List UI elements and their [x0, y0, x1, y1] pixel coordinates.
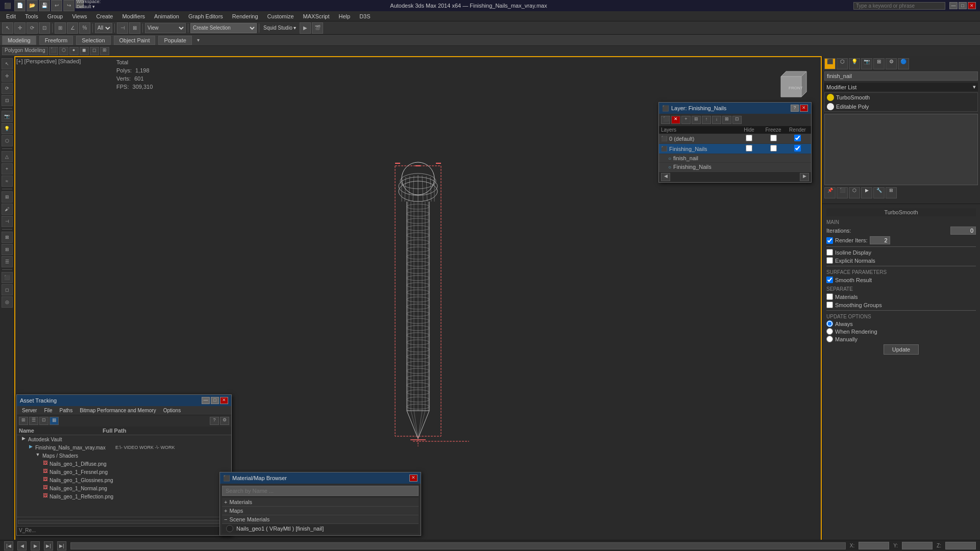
menu-d3s[interactable]: D3S [355, 12, 374, 20]
modifier-turbsmooth[interactable]: TurboSmooth [825, 93, 977, 102]
sub-btn3[interactable]: ● [69, 47, 79, 55]
tree-row-1[interactable]: ▶ Finishing_Nails_max_vray.max E:\- VIDE… [17, 443, 231, 452]
menu-help[interactable]: Help [335, 12, 355, 20]
menu-create[interactable]: Create [92, 12, 117, 20]
ts-iterations-input[interactable] [950, 227, 976, 235]
layer0-hide[interactable] [746, 135, 752, 141]
sub-btn6[interactable]: ⊞ [100, 47, 109, 55]
update-button[interactable]: Update [884, 344, 919, 355]
tab-freeform[interactable]: Freeform [39, 36, 74, 45]
lt-scale[interactable]: ⊡ [2, 95, 13, 106]
lt-select[interactable]: ↖ [2, 58, 13, 69]
align-btn[interactable]: ⊠ [129, 22, 140, 34]
tab-selection[interactable]: Selection [76, 36, 110, 45]
layer-scroll-left[interactable]: ◀ [661, 173, 670, 181]
lt-wireframe[interactable]: ◻ [2, 284, 13, 295]
layer-row-3[interactable]: ○ Finishing_Nails [659, 163, 811, 171]
lt-camera[interactable]: 📷 [2, 111, 13, 122]
lt-isolate[interactable]: ◎ [2, 296, 13, 308]
layer-tb5[interactable]: ↑ [702, 116, 711, 124]
layer-help[interactable]: ? [791, 105, 799, 112]
at-tb3[interactable]: ⊡ [39, 417, 48, 425]
anim-next-frame[interactable]: ▶| [44, 541, 53, 550]
layer0-freeze[interactable] [770, 135, 777, 141]
at-tb2[interactable]: ☰ [29, 417, 38, 425]
at-close[interactable]: ✕ [220, 397, 228, 404]
filter-dropdown[interactable]: All [95, 23, 112, 33]
rotate-btn[interactable]: ⟳ [27, 22, 38, 34]
menu-maxscript[interactable]: MAXScript [299, 12, 334, 20]
layer-close[interactable]: ✕ [800, 105, 808, 112]
tab-object-paint[interactable]: Object Paint [114, 36, 156, 45]
isoline-checkbox[interactable] [826, 249, 833, 256]
tree-row-3[interactable]: 🖼 Nails_geo_1_Diffuse.png [17, 460, 231, 468]
mat-section-maps[interactable]: + Maps [222, 507, 419, 515]
rp-tb5[interactable]: 🔧 [873, 187, 885, 198]
sub-btn2[interactable]: ⬡ [59, 47, 68, 55]
smooth-result-checkbox[interactable] [826, 277, 833, 283]
anim-play[interactable]: ▶ [31, 541, 40, 550]
lt-light[interactable]: 💡 [2, 123, 13, 134]
tree-row-0[interactable]: ▶ Autodesk Vault [17, 435, 231, 443]
menu-graph-editors[interactable]: Graph Editors [184, 12, 227, 20]
lt-align[interactable]: ⊠ [2, 232, 13, 243]
mirror-btn[interactable]: ⊣ [117, 22, 128, 34]
scale-btn[interactable]: ⊡ [39, 22, 50, 34]
at-menu-options[interactable]: Options [160, 407, 184, 414]
object-name-input[interactable] [824, 71, 978, 81]
mat-scene-item[interactable]: Nails_geo1 ( VRayMtl ) [finish_nail] [222, 524, 419, 533]
lt-systems[interactable]: ⊞ [2, 191, 13, 203]
menu-group[interactable]: Group [43, 12, 67, 20]
at-tb4[interactable]: ▦ [50, 417, 59, 425]
z-input[interactable] [945, 542, 976, 549]
materials-checkbox[interactable] [826, 293, 833, 300]
menu-edit[interactable]: Edit [2, 12, 20, 20]
rp-icon7[interactable]: 🔵 [898, 58, 909, 69]
populate-dropdown[interactable]: ▾ [197, 37, 200, 43]
lt-move[interactable]: ✛ [2, 70, 13, 82]
tree-row-7[interactable]: 🖼 Nails_geo_1_Reflection.png [17, 492, 231, 500]
rp-icon1[interactable]: ⬛ [824, 58, 836, 69]
menu-views[interactable]: Views [68, 12, 91, 20]
search-input[interactable] [853, 2, 945, 10]
rp-icon6[interactable]: ⚙ [886, 58, 897, 69]
lt-layers[interactable]: ⬛ [2, 272, 13, 283]
menu-customize[interactable]: Customize [263, 12, 298, 20]
mat-search-input[interactable] [222, 486, 419, 496]
always-radio[interactable] [826, 320, 833, 327]
workspace-dropdown[interactable]: Workspace: Default ▾ [76, 0, 84, 8]
timeline[interactable] [70, 542, 846, 549]
layer-tb4[interactable]: ⊞ [692, 116, 701, 124]
at-help[interactable]: ? [210, 417, 219, 425]
at-tb1[interactable]: ⊞ [19, 417, 28, 425]
move-btn[interactable]: ✛ [14, 22, 26, 34]
lt-helpers[interactable]: + [2, 163, 13, 174]
x-input[interactable] [859, 542, 889, 549]
create-selection-dropdown[interactable]: Create Selection [190, 23, 257, 33]
anim-goto-start[interactable]: |◀ [4, 541, 13, 550]
layer0-render[interactable] [794, 135, 801, 141]
mat-section-materials[interactable]: + Materials [222, 498, 419, 507]
lt-shapes[interactable]: △ [2, 151, 13, 162]
anim-prev-frame[interactable]: ◀ [17, 541, 27, 550]
layer-tb1[interactable]: ⬛ [661, 116, 670, 124]
rp-icon4[interactable]: 📷 [861, 58, 872, 69]
at-menu-bitmap[interactable]: Bitmap Performance and Memory [77, 407, 159, 414]
layer-tb6[interactable]: ↓ [712, 116, 721, 124]
lt-named[interactable]: ☰ [2, 256, 13, 267]
tab-populate[interactable]: Populate [158, 36, 191, 45]
layer-tb3[interactable]: + [681, 116, 691, 124]
lt-rotate[interactable]: ⟳ [2, 83, 13, 94]
menu-animation[interactable]: Animation [150, 12, 183, 20]
explicit-checkbox[interactable] [826, 257, 833, 264]
layer-scroll-right[interactable]: ▶ [800, 173, 809, 181]
lt-snap[interactable]: ⊞ [2, 244, 13, 255]
angle-snap-btn[interactable]: ∠ [67, 22, 78, 34]
at-menu-file[interactable]: File [41, 407, 55, 414]
tab-modeling[interactable]: Modeling [2, 36, 36, 45]
rp-icon5[interactable]: ⊞ [873, 58, 885, 69]
rp-icon3[interactable]: 💡 [849, 58, 860, 69]
lt-paint[interactable]: 🖌 [2, 204, 13, 215]
menu-tools[interactable]: Tools [21, 12, 42, 20]
layer-row-1[interactable]: ⬛ Finishing_Nails [659, 144, 811, 154]
